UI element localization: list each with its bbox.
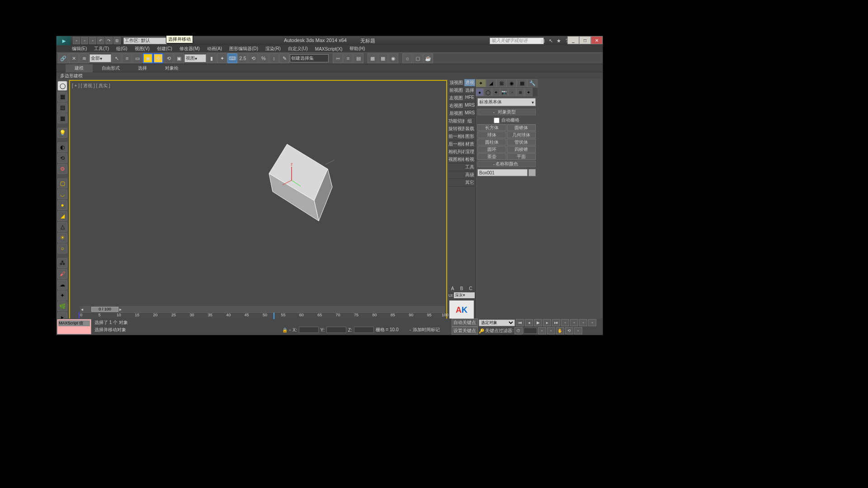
- spacewarps-subtab-icon[interactable]: ≋: [516, 88, 524, 96]
- star-icon[interactable]: ★: [556, 38, 562, 44]
- orbit-icon[interactable]: ⟲: [57, 153, 67, 163]
- ribbon-tab-objectpaint[interactable]: 对象绘: [156, 64, 188, 72]
- ui-theme-selector[interactable]: 深灰▾: [454, 292, 475, 298]
- btn-torus[interactable]: 圆环: [477, 146, 506, 153]
- nav5-icon[interactable]: ▫: [538, 327, 546, 334]
- btn-pyramid[interactable]: 四棱锥: [507, 146, 536, 153]
- view-front[interactable]: 前视图: [448, 87, 464, 94]
- modify-tab-icon[interactable]: ◢: [486, 79, 496, 87]
- geometry-subtab-icon[interactable]: ●: [476, 88, 484, 96]
- snap-toggle-icon[interactable]: 2.5: [238, 53, 248, 63]
- view-top[interactable]: 顶视图: [448, 79, 464, 87]
- menu-help[interactable]: 帮助(H): [348, 46, 367, 52]
- helpers-subtab-icon[interactable]: ▫: [508, 88, 516, 96]
- cameras-subtab-icon[interactable]: 📷: [500, 88, 508, 96]
- cloud-icon[interactable]: ☁: [57, 280, 67, 290]
- create-tab-icon[interactable]: ✦: [476, 79, 486, 87]
- save-icon[interactable]: ▫: [89, 37, 96, 44]
- menu-customize[interactable]: 自定义(U): [286, 46, 310, 52]
- light-icon[interactable]: 💡: [57, 128, 67, 138]
- hierarchy-tab-icon[interactable]: ⊞: [496, 79, 507, 87]
- cone-icon[interactable]: ◢: [57, 211, 67, 221]
- btn-tube[interactable]: 管状体: [507, 139, 536, 145]
- dome-icon[interactable]: ◡: [57, 189, 67, 199]
- btn-geosphere[interactable]: 几何球体: [507, 131, 536, 138]
- helper-icon[interactable]: ⚙: [57, 164, 67, 174]
- redo-icon[interactable]: ↷: [105, 37, 113, 44]
- comm-center-icon[interactable]: ⊞: [539, 38, 546, 44]
- menu-tools[interactable]: 工具(T): [92, 46, 111, 52]
- view-viewcam[interactable]: 视图相机: [448, 156, 464, 164]
- key-filter-label[interactable]: 关键点过滤器:: [485, 328, 514, 334]
- named-selection-sets[interactable]: 创建选择集: [290, 54, 329, 62]
- use-center-icon[interactable]: ▮: [207, 53, 217, 63]
- nav1-icon[interactable]: ▫: [561, 319, 569, 326]
- view-persp[interactable]: 透视: [464, 79, 475, 87]
- frame-input[interactable]: [524, 328, 537, 334]
- keyboard-shortcut-icon[interactable]: ⌨: [227, 53, 237, 63]
- view-tool[interactable]: 工具: [464, 164, 475, 171]
- nav3-icon[interactable]: ▫: [579, 319, 587, 326]
- new-icon[interactable]: ▫: [73, 37, 80, 44]
- view-mat[interactable]: 材质: [464, 141, 475, 148]
- view-prevcam[interactable]: 前一相机: [448, 133, 464, 141]
- view-rotate[interactable]: 旋转视图: [448, 125, 464, 133]
- view-render[interactable]: 渲理: [464, 148, 475, 156]
- angle-snap-icon[interactable]: ⟲: [248, 53, 258, 63]
- minimize-button[interactable]: _: [567, 36, 579, 44]
- goto-end-icon[interactable]: ⏭: [552, 319, 560, 326]
- menu-group[interactable]: 组(G): [114, 46, 129, 52]
- nav8-icon[interactable]: ⟲: [565, 327, 573, 334]
- ref-coord-system[interactable]: 视图 ▾: [184, 54, 206, 62]
- autokey-button[interactable]: 自动关键点: [452, 319, 478, 327]
- shapes-subtab-icon[interactable]: ◯: [484, 88, 492, 96]
- menu-views[interactable]: 视图(V): [133, 46, 151, 52]
- menu-graph[interactable]: 图形编辑器(D): [227, 46, 260, 52]
- box-object[interactable]: z: [255, 142, 355, 241]
- nav7-icon[interactable]: ✋: [556, 327, 564, 334]
- primitive-type-dropdown[interactable]: 标准基本体▾: [477, 98, 536, 106]
- z-input[interactable]: [354, 327, 374, 333]
- spray-icon[interactable]: 🖌: [57, 269, 67, 279]
- menu-modifiers[interactable]: 修改器(M): [178, 46, 202, 52]
- menu-animation[interactable]: 动画(A): [205, 46, 224, 52]
- y-input[interactable]: [326, 327, 346, 333]
- timeline-bar[interactable]: ◂ 0 / 100 ▸: [80, 306, 445, 312]
- key-icon[interactable]: ▫: [289, 328, 291, 333]
- render-setup-icon[interactable]: ☼: [402, 53, 412, 63]
- pyramid-icon[interactable]: △: [57, 222, 67, 232]
- goto-start-icon[interactable]: ⏮: [516, 319, 524, 326]
- percent-snap-icon[interactable]: %: [259, 53, 269, 63]
- view-camlist[interactable]: 相机列表: [448, 148, 464, 156]
- open-icon[interactable]: ▫: [81, 37, 88, 44]
- view-hfe[interactable]: HFE: [464, 94, 475, 102]
- workspace-selector[interactable]: 工作区: 默认: [123, 38, 167, 44]
- align-icon[interactable]: ≡: [343, 53, 353, 63]
- ribbon-tab-selection[interactable]: 选择: [129, 64, 156, 72]
- object-name-input[interactable]: Box001: [477, 169, 528, 176]
- view-mrs2[interactable]: MRS: [464, 110, 475, 117]
- x-input[interactable]: [299, 327, 319, 333]
- selection-filter[interactable]: 全部 ▾: [90, 54, 111, 62]
- play-icon[interactable]: ▶: [534, 319, 542, 326]
- add-time-tag[interactable]: 添加时间标记: [413, 327, 440, 333]
- autogrid-checkbox[interactable]: [494, 117, 500, 123]
- viewport-perspective[interactable]: [ + ] [ 透视 ] [ 真实 ] z: [69, 80, 447, 328]
- select-scale-icon[interactable]: ▣: [174, 53, 184, 63]
- nav6-icon[interactable]: ▫: [547, 327, 555, 334]
- view-load[interactable]: 装载: [464, 125, 475, 133]
- calendar-icon[interactable]: ▦: [57, 113, 67, 123]
- render-icon[interactable]: ☕: [423, 53, 433, 63]
- sun-icon[interactable]: ☀: [57, 233, 67, 243]
- edit-named-sel-icon[interactable]: ✎: [279, 53, 289, 63]
- view-group[interactable]: 组: [464, 117, 475, 125]
- view-mrs1[interactable]: MRS: [464, 102, 475, 110]
- btn-sphere[interactable]: 球体: [477, 131, 506, 138]
- bind-icon[interactable]: ≋: [79, 53, 89, 63]
- layers-icon[interactable]: ▤: [354, 53, 363, 63]
- circle-icon[interactable]: ○: [57, 244, 67, 253]
- nav4-icon[interactable]: ▫: [588, 319, 596, 326]
- view-right[interactable]: 右视图: [448, 102, 464, 110]
- btn-cylinder[interactable]: 圆柱体: [477, 139, 506, 145]
- select-name-icon[interactable]: ≡: [122, 53, 132, 63]
